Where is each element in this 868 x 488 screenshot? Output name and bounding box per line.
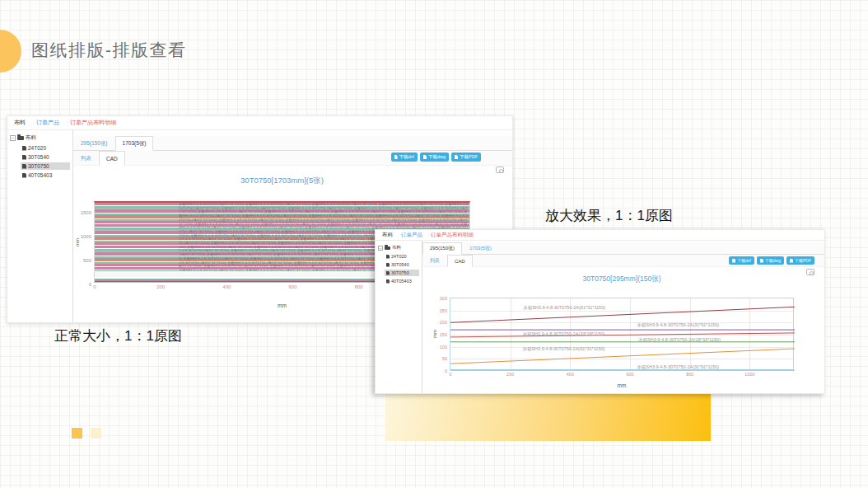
tree-item[interactable]: 30T0750 [385, 270, 419, 276]
export-button[interactable]: 下载dxf [729, 256, 754, 265]
folder-icon [17, 136, 24, 140]
tree-children: 24T02030T054030T075040T05403 [10, 144, 70, 179]
x-axis-label: mm [278, 303, 287, 308]
x-tick-label: 400 [567, 372, 574, 377]
slide-accent-gradient-bar [385, 394, 711, 441]
y-tick-label: 250 [440, 308, 447, 313]
x-tick-label: 0 [93, 284, 96, 289]
slide-title: 图纸排版-排版查看 [31, 39, 187, 62]
tree-item[interactable]: 30T0540 [385, 261, 419, 268]
window-body: −布料24T02030T054030T075040T05403 295(150张… [376, 241, 824, 393]
tree-item-label: 30T0750 [28, 163, 49, 169]
content-panel: 295(150张)1703(5张) 下载dxf下载dwg下载PDF 列表CAD … [422, 241, 824, 393]
nav-tab[interactable]: 布料 [382, 232, 393, 239]
x-tick-label: 200 [156, 284, 165, 289]
nav-tab[interactable]: 订单产品布料明细 [431, 232, 474, 239]
tree-item[interactable]: 30T0750 [21, 162, 70, 170]
slide-accent-square-light [91, 428, 101, 439]
export-button[interactable]: 下载PDF [786, 256, 814, 265]
file-icon [22, 173, 26, 178]
tree-collapse-icon[interactable]: − [378, 246, 383, 251]
file-icon [22, 164, 26, 169]
x-tick-label: 0 [449, 372, 451, 377]
view-tab[interactable]: 列表 [73, 151, 99, 166]
nav-tab[interactable]: 订单产品 [401, 232, 422, 239]
tree-root[interactable]: −布料 [378, 245, 419, 251]
view-tab[interactable]: CAD [99, 151, 125, 166]
y-tick-label: 1500 [81, 210, 91, 215]
download-file-icon [455, 155, 458, 159]
download-file-icon [423, 155, 427, 159]
tree-item-label: 24T020 [28, 145, 46, 151]
export-button-label: 下载dxf [399, 154, 414, 160]
pieces-lines [450, 298, 795, 371]
series-label: 冰箱SH3.9-4.8-30T0750-2A(33*18*1150) [522, 331, 604, 337]
tree-root-label: 布料 [392, 245, 401, 251]
download-file-icon [760, 259, 763, 263]
export-button-label: 下载dxf [737, 258, 751, 263]
size-tab[interactable]: 1703(5张) [462, 242, 499, 255]
size-tabs: 295(150张)1703(5张) [73, 136, 512, 151]
slide-accent-circle [0, 30, 21, 73]
y-tick-label: 100 [440, 345, 447, 350]
export-button-label: 下载PDF [795, 258, 811, 263]
export-button[interactable]: 下载dwg [757, 256, 784, 265]
nav-tabs: 布料订单产品订单产品布料明细 [376, 230, 824, 241]
nav-tab[interactable]: 订单产品布料明细 [70, 119, 116, 127]
tree-item[interactable]: 30T0540 [21, 153, 70, 161]
nav-tab[interactable]: 订单产品 [36, 119, 59, 127]
tree-item-label: 30T0540 [391, 262, 409, 267]
size-tab[interactable]: 295(150张) [73, 136, 115, 151]
export-button-label: 下载dwg [428, 154, 446, 160]
view-tab[interactable]: CAD [447, 255, 473, 267]
tree-item-label: 40T05403 [391, 279, 412, 284]
file-tree[interactable]: −布料24T02030T054030T075040T05403 [376, 241, 422, 393]
tree-item[interactable]: 24T020 [385, 253, 419, 260]
y-tick-label: 150 [440, 332, 447, 337]
export-button-label: 下载PDF [460, 154, 478, 160]
chart-title: 30T0750[295mm](150张) [450, 274, 794, 284]
tree-collapse-icon[interactable]: − [10, 135, 16, 141]
y-tick-label: 50 [442, 356, 447, 361]
tree-item[interactable]: 24T020 [21, 144, 70, 152]
tree-root[interactable]: −布料 [10, 134, 70, 142]
tree-item-label: 24T020 [391, 254, 407, 259]
x-axis-label: mm [618, 382, 627, 388]
chart-title: 30T0750[1703mm](5张) [94, 176, 470, 186]
view-tabs: 下载dxf下载dwg下载PDF 列表CAD [73, 151, 512, 166]
export-button[interactable]: 下载PDF [451, 152, 481, 162]
y-axis-label: mm [75, 238, 80, 246]
export-button[interactable]: 下载dxf [391, 152, 418, 162]
size-tab[interactable]: 1703(5张) [115, 136, 154, 151]
caption-normal-size: 正常大小，1：1原图 [54, 326, 182, 345]
nav-tab[interactable]: 布料 [14, 119, 26, 127]
size-tab[interactable]: 295(150张) [422, 242, 462, 255]
view-tab[interactable]: 列表 [422, 255, 447, 267]
y-tick-label: 0 [445, 368, 447, 373]
x-tick-label: 800 [686, 372, 693, 377]
series-label: 冰箱SH3.9-4.8-30T0750-2A(91*31*1150) [523, 305, 605, 311]
x-tick-label: 600 [289, 284, 297, 289]
piece-line [450, 333, 795, 337]
piece-line [450, 307, 795, 322]
camera-icon[interactable] [496, 167, 504, 173]
file-icon [386, 279, 390, 284]
download-file-icon [394, 155, 398, 159]
series-label: 冰箱SH3.9-4.8-30T0750-2A(18*33*1150) [638, 336, 721, 342]
folder-icon [385, 246, 390, 250]
tree-item-label: 30T0750 [391, 270, 409, 275]
export-button[interactable]: 下载dwg [420, 152, 449, 162]
series-label: 冰箱SH3.9-4.8-30T0750-2A(31*91*1150) [637, 321, 719, 327]
tree-item[interactable]: 40T05403 [21, 171, 70, 179]
tree-item-label: 30T0540 [28, 154, 49, 160]
file-tree[interactable]: −布料24T02030T054030T075040T05403 [7, 130, 73, 322]
tree-root-label: 布料 [26, 134, 36, 142]
file-icon [22, 146, 26, 151]
layout-chart-lines: mm mm 0501001502002503000200400600800100… [450, 298, 794, 370]
camera-icon[interactable] [806, 269, 814, 275]
y-tick-label: 500 [83, 258, 91, 263]
series-label: 冰箱SH3.9-4.8-30T0750-2A(91*31*1150) [522, 346, 604, 352]
x-tick-label: 600 [626, 372, 633, 377]
y-tick-label: 1000 [81, 234, 91, 239]
tree-item[interactable]: 40T05403 [385, 278, 419, 284]
